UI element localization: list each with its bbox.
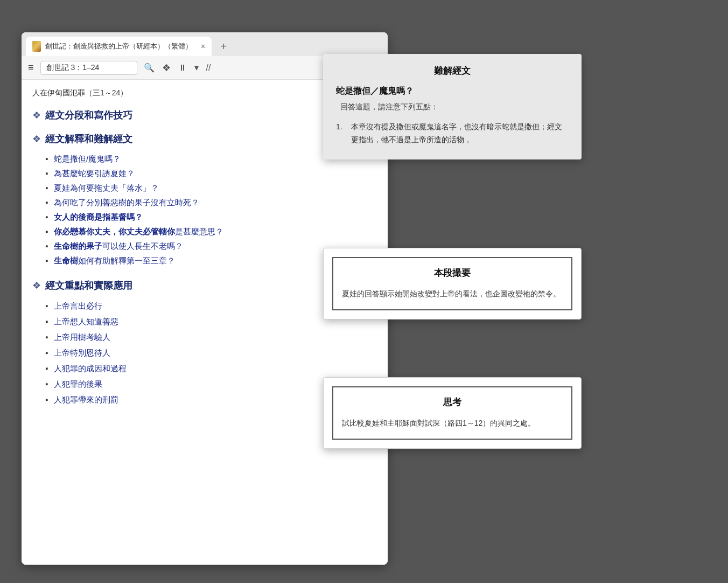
list-item[interactable]: 你必戀慕你丈夫，你丈夫必管轄你是甚麼意思？ <box>45 225 377 239</box>
panel-difficult-subtitle: 蛇是撒但／魔鬼嗎？ <box>336 86 569 97</box>
new-tab-button[interactable]: + <box>216 37 231 56</box>
list-item[interactable]: 女人的後裔是指基督嗎？ <box>45 210 377 225</box>
people-icon[interactable]: ❖ <box>162 62 171 74</box>
tab-label: 創世記：創造與拯救的上帝（研經本）（繁體） <box>45 41 192 51</box>
active-tab[interactable]: 創世記：創造與拯救的上帝（研經本）（繁體） × <box>26 37 212 56</box>
diamond-icon-2: ❖ <box>32 133 41 145</box>
toolbar-icons: 🔍 ❖ ⏸ ▾ // <box>144 62 211 74</box>
panel-difficult-title: 難解經文 <box>336 65 569 77</box>
panel-thinking-inner: 思考 試比較夏娃和主耶穌面對試深（路四1～12）的異同之處。 <box>332 386 572 440</box>
section2-title[interactable]: 經文解釋和難解經文 <box>45 133 132 145</box>
panel-summary: 本段撮要 夏娃的回答顯示她開始改變對上帝的看法，也企圖改變祂的禁令。 <box>323 248 582 320</box>
panel-list-item-1: 1. 本章沒有提及撒但或魔鬼這名字，也沒有暗示蛇就是撒但；經文更指出，牠不過是上… <box>336 119 569 149</box>
diamond-icon-3: ❖ <box>32 280 41 292</box>
tab-close-button[interactable]: × <box>201 42 205 51</box>
address-bar[interactable] <box>40 61 137 75</box>
panel-summary-inner: 本段撮要 夏娃的回答顯示她開始改變對上帝的看法，也企圖改變祂的禁令。 <box>332 257 572 310</box>
panel-thinking-body: 試比較夏娃和主耶穌面對試深（路四1～12）的異同之處。 <box>342 417 563 430</box>
panel-thinking: 思考 試比較夏娃和主耶穌面對試深（路四1～12）的異同之處。 <box>323 377 582 449</box>
search-icon[interactable]: 🔍 <box>144 63 155 73</box>
arrow-icon[interactable]: ▾ <box>194 63 199 73</box>
section3-title[interactable]: 經文重點和實際應用 <box>45 279 132 292</box>
panel-summary-body: 夏娃的回答顯示她開始改變對上帝的看法，也企圖改變祂的禁令。 <box>342 288 563 301</box>
list-item[interactable]: 為何吃了分別善惡樹的果子沒有立時死？ <box>45 196 377 210</box>
list-item[interactable]: 為甚麼蛇要引誘夏娃？ <box>45 166 377 181</box>
panel-difficult-note: 回答這題，請注意下列五點： <box>336 102 569 112</box>
pause-icon[interactable]: ⏸ <box>178 63 187 73</box>
menu-icon[interactable]: ≡ <box>28 62 34 73</box>
list-item[interactable]: 上帝特別恩待人 <box>45 345 377 361</box>
list-item[interactable]: 人犯罪的成因和過程 <box>45 361 377 377</box>
slash-icon: // <box>206 63 211 73</box>
tab-bar: 創世記：創造與拯救的上帝（研經本）（繁體） × + <box>22 32 388 56</box>
panel-difficult-list: 1. 本章沒有提及撒但或魔鬼這名字，也沒有暗示蛇就是撒但；經文更指出，牠不過是上… <box>336 119 569 149</box>
list-item[interactable]: 夏娃為何要拖丈夫「落水」？ <box>45 181 377 196</box>
panel-difficult: 難解經文 蛇是撒但／魔鬼嗎？ 回答這題，請注意下列五點： 1. 本章沒有提及撒但… <box>323 54 582 159</box>
diamond-icon-1: ❖ <box>32 109 41 121</box>
list-item[interactable]: 上帝用樹考驗人 <box>45 330 377 345</box>
panel-summary-title: 本段撮要 <box>342 267 563 279</box>
panel-thinking-title: 思考 <box>342 396 563 408</box>
tab-favicon <box>32 41 41 52</box>
section1-title[interactable]: 經文分段和寫作技巧 <box>45 109 132 122</box>
